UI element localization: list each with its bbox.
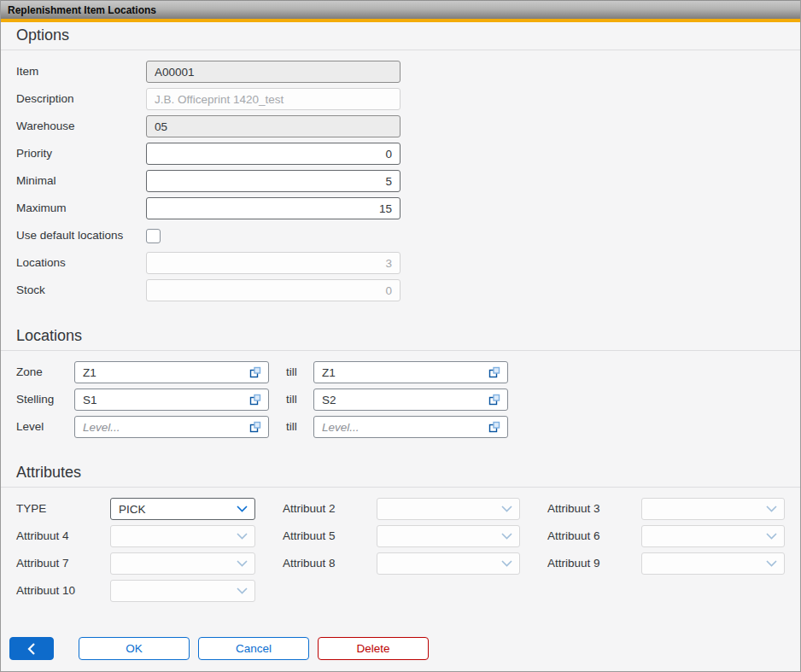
attribuut-5-label: Attribuut 5 <box>283 525 336 547</box>
maximum-field[interactable] <box>146 197 400 219</box>
priority-label: Priority <box>16 143 52 165</box>
chevron-down-icon <box>237 505 248 512</box>
window-titlebar: Replenishment Item Locations <box>1 0 800 19</box>
cancel-button[interactable]: Cancel <box>198 637 309 660</box>
zone-to-field <box>313 361 508 383</box>
stelling-to-value-help-button[interactable] <box>482 389 507 410</box>
level-to-field <box>313 416 508 438</box>
item-label: Item <box>16 61 38 83</box>
attribuut-9-label: Attribuut 9 <box>547 552 600 575</box>
replenishment-item-locations-window: Replenishment Item Locations Options Ite… <box>0 0 801 672</box>
stelling-to-input[interactable] <box>314 389 482 410</box>
chevron-down-icon <box>501 560 512 567</box>
attributes-divider <box>1 487 800 488</box>
locations-section-header: Locations <box>16 327 82 345</box>
chevron-down-icon <box>237 560 248 567</box>
level-from-field <box>74 416 269 438</box>
back-button[interactable] <box>9 637 54 660</box>
use-default-locations-checkbox[interactable] <box>146 229 161 243</box>
level-from-value-help-button[interactable] <box>243 417 268 437</box>
level-till-label: till <box>286 416 297 438</box>
minimal-label: Minimal <box>16 170 56 192</box>
type-dropdown-value: PICK <box>119 503 146 516</box>
attribuut-7-label: Attribuut 7 <box>16 552 69 575</box>
value-help-icon <box>488 394 500 406</box>
attribuut-8-dropdown[interactable] <box>377 552 520 575</box>
stelling-from-value-help-button[interactable] <box>243 389 268 410</box>
locations-count-field[interactable] <box>146 252 400 274</box>
stelling-label: Stelling <box>16 389 54 411</box>
attribuut-5-dropdown[interactable] <box>377 525 520 547</box>
options-divider <box>1 50 800 50</box>
minimal-field[interactable] <box>146 170 400 192</box>
attribuut-8-label: Attribuut 8 <box>283 552 336 575</box>
level-label: Level <box>16 416 44 438</box>
type-dropdown[interactable]: PICK <box>110 498 255 520</box>
zone-from-input[interactable] <box>75 362 243 383</box>
attribuut-4-label: Attribuut 4 <box>16 525 69 547</box>
description-label: Description <box>16 88 74 110</box>
attribuut-2-label: Attribuut 2 <box>283 498 336 520</box>
chevron-down-icon <box>237 533 248 540</box>
attribuut-7-dropdown[interactable] <box>110 552 255 575</box>
stelling-till-label: till <box>286 389 297 411</box>
locations-count-label: Locations <box>16 252 66 274</box>
item-field[interactable] <box>146 61 400 83</box>
attribuut-9-dropdown[interactable] <box>641 552 785 575</box>
zone-label: Zone <box>16 361 43 383</box>
chevron-left-icon <box>27 643 36 655</box>
stelling-from-field <box>74 389 269 411</box>
gold-accent-bar <box>1 19 800 22</box>
zone-to-value-help-button[interactable] <box>482 362 507 383</box>
attribuut-3-label: Attribuut 3 <box>547 498 600 520</box>
warehouse-field[interactable] <box>146 115 400 137</box>
chevron-down-icon <box>501 533 512 540</box>
description-field[interactable] <box>146 88 400 110</box>
value-help-icon <box>488 421 500 433</box>
stock-label: Stock <box>16 279 45 301</box>
stelling-from-input[interactable] <box>75 389 243 410</box>
use-default-locations-label: Use default locations <box>16 225 123 247</box>
maximum-label: Maximum <box>16 197 67 219</box>
options-section-header: Options <box>16 26 69 44</box>
attribuut-10-dropdown[interactable] <box>110 580 255 602</box>
chevron-down-icon <box>237 587 248 594</box>
delete-button[interactable]: Delete <box>318 637 429 660</box>
attribuut-3-dropdown[interactable] <box>641 498 785 520</box>
zone-till-label: till <box>286 361 297 383</box>
attribuut-6-label: Attribuut 6 <box>547 525 600 547</box>
value-help-icon <box>488 366 500 378</box>
chevron-down-icon <box>501 505 512 512</box>
attributes-section-header: Attributes <box>16 464 81 482</box>
locations-divider <box>1 350 800 351</box>
attribuut-2-dropdown[interactable] <box>377 498 520 520</box>
attribuut-4-dropdown[interactable] <box>110 525 255 547</box>
warehouse-label: Warehouse <box>16 115 75 137</box>
stelling-to-field <box>313 389 508 411</box>
value-help-icon <box>249 421 261 433</box>
value-help-icon <box>249 394 261 406</box>
level-from-input[interactable] <box>75 417 243 437</box>
chevron-down-icon <box>766 560 777 567</box>
priority-field[interactable] <box>146 143 400 165</box>
zone-from-field <box>74 361 269 383</box>
attribuut-6-dropdown[interactable] <box>641 525 785 547</box>
level-to-value-help-button[interactable] <box>482 417 507 437</box>
level-to-input[interactable] <box>314 417 482 437</box>
zone-from-value-help-button[interactable] <box>243 362 268 383</box>
chevron-down-icon <box>766 533 777 540</box>
type-label: TYPE <box>16 498 46 520</box>
attribuut-10-label: Attribuut 10 <box>16 580 75 602</box>
stock-field[interactable] <box>146 279 400 301</box>
value-help-icon <box>249 366 261 378</box>
zone-to-input[interactable] <box>314 362 482 383</box>
chevron-down-icon <box>766 505 777 512</box>
window-title: Replenishment Item Locations <box>8 4 156 16</box>
ok-button[interactable]: OK <box>79 637 190 660</box>
